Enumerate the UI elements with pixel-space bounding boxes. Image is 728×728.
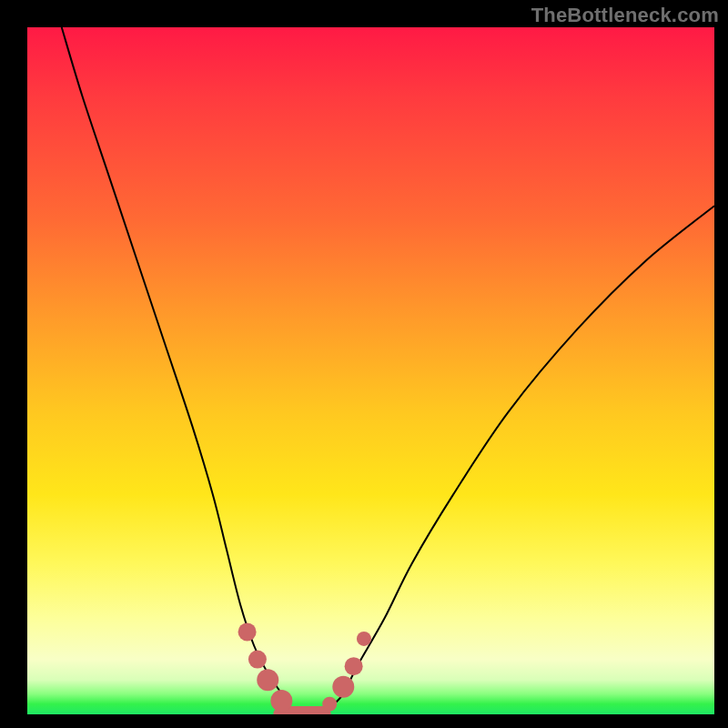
watermark-text: TheBottleneck.com — [531, 4, 719, 27]
curve-marker — [332, 676, 354, 698]
curve-marker — [322, 697, 337, 712]
curve-marker — [357, 632, 371, 646]
curve-layer — [27, 27, 714, 714]
chart-frame: TheBottleneck.com — [0, 0, 728, 728]
curve-marker — [257, 669, 278, 691]
curve-marker — [345, 657, 363, 675]
curve-marker — [238, 622, 257, 641]
plot-area — [27, 27, 714, 714]
curve-marker — [248, 651, 267, 669]
curve-marker — [270, 690, 292, 712]
curve-markers — [238, 622, 371, 712]
bottleneck-curve — [62, 27, 714, 714]
